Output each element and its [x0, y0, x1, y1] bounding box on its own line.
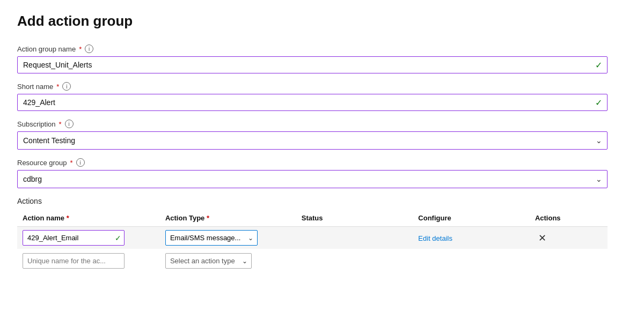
subscription-field: Subscription * i Content Testing ⌄ [17, 120, 608, 150]
row2-status-cell [296, 249, 413, 272]
row2-action-type-select[interactable]: Select an action type [165, 253, 252, 269]
action-group-name-input[interactable] [17, 56, 608, 73]
resource-group-info-icon: i [76, 158, 85, 167]
table-row-new: Select an action type ⌄ [17, 249, 608, 272]
row2-configure-cell [413, 249, 530, 272]
required-star-3: * [59, 120, 62, 128]
form-container: Add action group Action group name * i ✓… [17, 13, 608, 273]
row2-name-cell [17, 249, 160, 272]
subscription-select[interactable]: Content Testing [17, 131, 608, 150]
subscription-label: Subscription [17, 120, 56, 128]
row1-delete-button[interactable]: ✕ [535, 231, 550, 245]
action-group-name-checkmark: ✓ [595, 60, 602, 70]
short-name-input[interactable] [17, 94, 608, 111]
required-star-2: * [56, 83, 59, 91]
row1-actions-cell: ✕ [530, 227, 608, 250]
subscription-select-wrapper: Content Testing ⌄ [17, 131, 608, 150]
col-header-status: Status [296, 210, 413, 227]
row1-close-icon: ✕ [538, 232, 546, 244]
col-header-configure: Configure [413, 210, 530, 227]
short-name-input-wrapper: ✓ [17, 94, 608, 111]
col-header-action-name: Action name * [17, 210, 160, 227]
row1-checkmark-icon: ✓ [115, 234, 121, 242]
row2-action-name-input[interactable] [23, 253, 125, 269]
required-star-1: * [79, 45, 82, 53]
resource-group-select-wrapper: cdbrg ⌄ [17, 170, 608, 188]
resource-group-field: Resource group * i cdbrg ⌄ [17, 158, 608, 188]
actions-section-label: Actions [17, 197, 608, 205]
short-name-label: Short name [17, 83, 53, 91]
required-star-4: * [70, 159, 73, 167]
actions-table: Action name * Action Type * Status Confi… [17, 210, 608, 273]
row1-status-cell [296, 227, 413, 250]
table-row: ✓ Email/SMS message... ⌄ Edit deta [17, 227, 608, 250]
row1-edit-details-link[interactable]: Edit details [418, 234, 452, 242]
short-name-field: Short name * i ✓ [17, 82, 608, 111]
resource-group-label: Resource group [17, 159, 67, 167]
row1-type-cell: Email/SMS message... ⌄ [160, 227, 296, 250]
short-name-checkmark: ✓ [595, 98, 602, 108]
row1-action-type-select[interactable]: Email/SMS message... [165, 230, 258, 246]
action-group-name-info-icon: i [85, 45, 93, 53]
col-required-star-type: * [207, 214, 209, 222]
row2-type-cell: Select an action type ⌄ [160, 249, 296, 272]
subscription-info-icon: i [65, 120, 74, 128]
row2-actions-cell [530, 249, 608, 272]
short-name-info-icon: i [62, 82, 71, 91]
action-group-name-input-wrapper: ✓ [17, 56, 608, 73]
row1-name-cell: ✓ [17, 227, 160, 250]
table-header-row: Action name * Action Type * Status Confi… [17, 210, 608, 227]
col-required-star-name: * [67, 214, 69, 222]
col-header-actions: Actions [530, 210, 608, 227]
row1-action-name-input[interactable] [23, 230, 125, 246]
page-title: Add action group [17, 13, 608, 29]
action-group-name-label: Action group name [17, 45, 76, 53]
col-header-action-type: Action Type * [160, 210, 296, 227]
row1-configure-cell: Edit details [413, 227, 530, 250]
actions-section: Actions Action name * Action Type * Stat… [17, 197, 608, 273]
resource-group-select[interactable]: cdbrg [17, 170, 608, 188]
action-group-name-field: Action group name * i ✓ [17, 45, 608, 73]
